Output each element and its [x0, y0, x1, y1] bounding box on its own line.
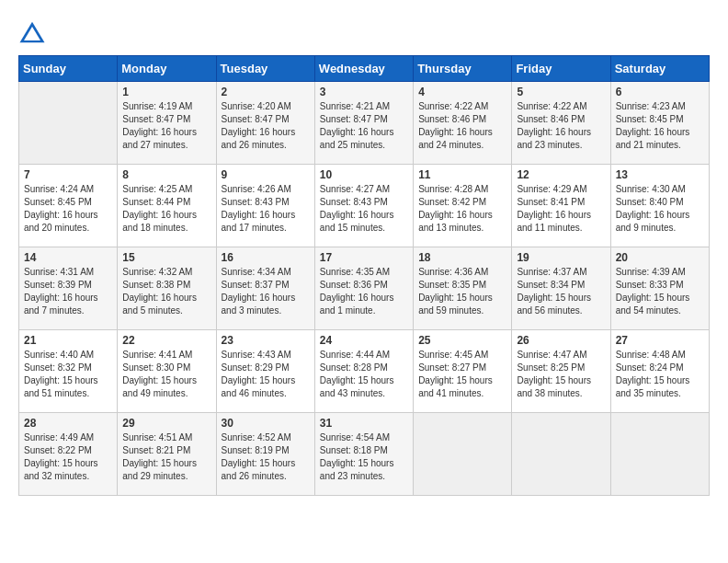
day-info: Sunrise: 4:23 AM Sunset: 8:45 PM Dayligh…	[616, 100, 704, 152]
calendar-cell: 3Sunrise: 4:21 AM Sunset: 8:47 PM Daylig…	[314, 82, 413, 165]
calendar-cell: 20Sunrise: 4:39 AM Sunset: 8:33 PM Dayli…	[610, 247, 709, 330]
day-number: 2	[222, 86, 310, 98]
calendar-cell: 7Sunrise: 4:24 AM Sunset: 8:45 PM Daylig…	[19, 165, 118, 247]
day-number: 31	[320, 417, 408, 430]
day-number: 22	[122, 334, 210, 347]
weekday-header: Saturday	[610, 56, 709, 82]
day-info: Sunrise: 4:44 AM Sunset: 8:28 PM Dayligh…	[320, 349, 408, 400]
day-number: 20	[616, 251, 704, 264]
day-number: 14	[24, 251, 112, 264]
day-info: Sunrise: 4:19 AM Sunset: 8:47 PM Dayligh…	[122, 100, 210, 152]
day-number: 21	[24, 334, 112, 347]
day-number: 23	[222, 334, 310, 347]
calendar-cell: 30Sunrise: 4:52 AM Sunset: 8:19 PM Dayli…	[216, 413, 314, 496]
calendar-cell: 13Sunrise: 4:30 AM Sunset: 8:40 PM Dayli…	[610, 165, 709, 247]
weekday-header: Friday	[512, 56, 610, 82]
calendar-cell: 5Sunrise: 4:22 AM Sunset: 8:46 PM Daylig…	[512, 82, 610, 165]
day-number: 16	[222, 251, 310, 264]
calendar-body: 1Sunrise: 4:19 AM Sunset: 8:47 PM Daylig…	[19, 82, 710, 496]
day-number: 19	[517, 251, 605, 264]
calendar-cell: 27Sunrise: 4:48 AM Sunset: 8:24 PM Dayli…	[610, 330, 709, 413]
day-info: Sunrise: 4:30 AM Sunset: 8:40 PM Dayligh…	[616, 183, 704, 235]
calendar-cell	[414, 413, 512, 496]
day-info: Sunrise: 4:27 AM Sunset: 8:43 PM Dayligh…	[320, 183, 408, 235]
day-info: Sunrise: 4:41 AM Sunset: 8:30 PM Dayligh…	[122, 349, 210, 400]
day-number: 15	[122, 251, 210, 264]
weekday-header: Tuesday	[216, 56, 314, 82]
calendar-cell: 10Sunrise: 4:27 AM Sunset: 8:43 PM Dayli…	[314, 165, 413, 247]
day-info: Sunrise: 4:28 AM Sunset: 8:42 PM Dayligh…	[418, 183, 506, 235]
calendar-cell: 22Sunrise: 4:41 AM Sunset: 8:30 PM Dayli…	[118, 330, 216, 413]
day-number: 30	[222, 417, 310, 430]
day-info: Sunrise: 4:22 AM Sunset: 8:46 PM Dayligh…	[418, 100, 506, 152]
day-number: 29	[122, 417, 210, 430]
calendar-cell	[610, 413, 709, 496]
calendar-cell: 9Sunrise: 4:26 AM Sunset: 8:43 PM Daylig…	[216, 165, 314, 247]
day-info: Sunrise: 4:43 AM Sunset: 8:29 PM Dayligh…	[222, 349, 310, 400]
day-info: Sunrise: 4:48 AM Sunset: 8:24 PM Dayligh…	[616, 349, 704, 400]
day-info: Sunrise: 4:22 AM Sunset: 8:46 PM Dayligh…	[517, 100, 605, 152]
calendar-cell: 11Sunrise: 4:28 AM Sunset: 8:42 PM Dayli…	[414, 165, 512, 247]
calendar-cell: 21Sunrise: 4:40 AM Sunset: 8:32 PM Dayli…	[19, 330, 118, 413]
calendar-header: SundayMondayTuesdayWednesdayThursdayFrid…	[19, 56, 710, 82]
calendar-cell: 8Sunrise: 4:25 AM Sunset: 8:44 PM Daylig…	[118, 165, 216, 247]
day-number: 26	[517, 334, 605, 347]
day-number: 4	[418, 86, 506, 98]
page-header	[18, 18, 710, 46]
calendar-cell: 6Sunrise: 4:23 AM Sunset: 8:45 PM Daylig…	[610, 82, 709, 165]
day-info: Sunrise: 4:40 AM Sunset: 8:32 PM Dayligh…	[24, 349, 112, 400]
day-number: 28	[24, 417, 112, 430]
day-info: Sunrise: 4:25 AM Sunset: 8:44 PM Dayligh…	[122, 183, 210, 235]
calendar-week-row: 21Sunrise: 4:40 AM Sunset: 8:32 PM Dayli…	[19, 330, 710, 413]
day-info: Sunrise: 4:51 AM Sunset: 8:21 PM Dayligh…	[122, 431, 210, 483]
day-number: 10	[320, 168, 408, 181]
calendar-cell: 15Sunrise: 4:32 AM Sunset: 8:38 PM Dayli…	[118, 247, 216, 330]
day-number: 7	[24, 168, 112, 181]
day-number: 3	[320, 86, 408, 98]
day-info: Sunrise: 4:45 AM Sunset: 8:27 PM Dayligh…	[418, 349, 506, 400]
day-number: 17	[320, 251, 408, 264]
calendar-cell: 12Sunrise: 4:29 AM Sunset: 8:41 PM Dayli…	[512, 165, 610, 247]
calendar-cell: 26Sunrise: 4:47 AM Sunset: 8:25 PM Dayli…	[512, 330, 610, 413]
calendar-cell: 23Sunrise: 4:43 AM Sunset: 8:29 PM Dayli…	[216, 330, 314, 413]
day-info: Sunrise: 4:29 AM Sunset: 8:41 PM Dayligh…	[517, 183, 605, 235]
day-info: Sunrise: 4:37 AM Sunset: 8:34 PM Dayligh…	[517, 266, 605, 317]
day-number: 9	[222, 168, 310, 181]
day-info: Sunrise: 4:34 AM Sunset: 8:37 PM Dayligh…	[222, 266, 310, 317]
day-info: Sunrise: 4:47 AM Sunset: 8:25 PM Dayligh…	[517, 349, 605, 400]
day-info: Sunrise: 4:26 AM Sunset: 8:43 PM Dayligh…	[222, 183, 310, 235]
day-info: Sunrise: 4:21 AM Sunset: 8:47 PM Dayligh…	[320, 100, 408, 152]
calendar-week-row: 1Sunrise: 4:19 AM Sunset: 8:47 PM Daylig…	[19, 82, 710, 165]
logo	[18, 18, 50, 46]
day-number: 1	[122, 86, 210, 98]
weekday-header: Monday	[118, 56, 216, 82]
calendar-table: SundayMondayTuesdayWednesdayThursdayFrid…	[18, 55, 710, 496]
day-number: 27	[616, 334, 704, 347]
day-info: Sunrise: 4:39 AM Sunset: 8:33 PM Dayligh…	[616, 266, 704, 317]
weekday-row: SundayMondayTuesdayWednesdayThursdayFrid…	[19, 56, 710, 82]
calendar-cell	[19, 82, 118, 165]
calendar-cell: 14Sunrise: 4:31 AM Sunset: 8:39 PM Dayli…	[19, 247, 118, 330]
day-number: 6	[616, 86, 704, 98]
calendar-cell	[512, 413, 610, 496]
day-number: 13	[616, 168, 704, 181]
day-number: 24	[320, 334, 408, 347]
calendar-week-row: 28Sunrise: 4:49 AM Sunset: 8:22 PM Dayli…	[19, 413, 710, 496]
weekday-header: Wednesday	[314, 56, 413, 82]
calendar-cell: 18Sunrise: 4:36 AM Sunset: 8:35 PM Dayli…	[414, 247, 512, 330]
calendar-cell: 16Sunrise: 4:34 AM Sunset: 8:37 PM Dayli…	[216, 247, 314, 330]
day-number: 18	[418, 251, 506, 264]
calendar-cell: 24Sunrise: 4:44 AM Sunset: 8:28 PM Dayli…	[314, 330, 413, 413]
day-number: 8	[122, 168, 210, 181]
calendar-cell: 17Sunrise: 4:35 AM Sunset: 8:36 PM Dayli…	[314, 247, 413, 330]
day-number: 12	[517, 168, 605, 181]
calendar-cell: 31Sunrise: 4:54 AM Sunset: 8:18 PM Dayli…	[314, 413, 413, 496]
day-info: Sunrise: 4:32 AM Sunset: 8:38 PM Dayligh…	[122, 266, 210, 317]
day-info: Sunrise: 4:31 AM Sunset: 8:39 PM Dayligh…	[24, 266, 112, 317]
logo-icon	[18, 18, 46, 46]
day-info: Sunrise: 4:36 AM Sunset: 8:35 PM Dayligh…	[418, 266, 506, 317]
calendar-cell: 29Sunrise: 4:51 AM Sunset: 8:21 PM Dayli…	[118, 413, 216, 496]
calendar-cell: 4Sunrise: 4:22 AM Sunset: 8:46 PM Daylig…	[414, 82, 512, 165]
calendar-week-row: 14Sunrise: 4:31 AM Sunset: 8:39 PM Dayli…	[19, 247, 710, 330]
calendar-cell: 2Sunrise: 4:20 AM Sunset: 8:47 PM Daylig…	[216, 82, 314, 165]
